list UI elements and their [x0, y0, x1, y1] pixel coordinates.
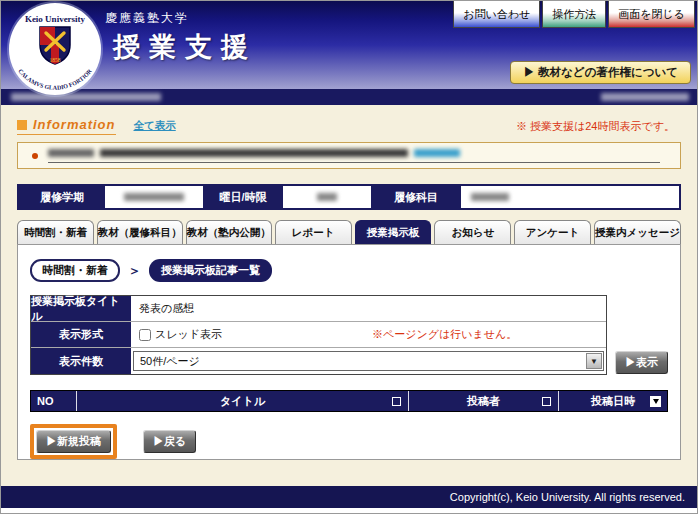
redacted-info-text — [100, 149, 408, 157]
page-size-select[interactable]: 50件/ページ ▼ — [133, 351, 604, 371]
chevron-right-icon: ＞ — [128, 262, 141, 280]
tab-bar: 時間割・新着 教材（履修科目） 教材（塾内公開） レポート 授業掲示板 お知らせ… — [17, 220, 681, 244]
information-header: Information 全て表示 ※ 授業支援は24時間表示です。 — [1, 105, 697, 135]
select-dropdown-arrow-icon[interactable]: ▼ — [586, 353, 602, 369]
materials-copyright-button[interactable]: ▶ 教材などの著作権について — [510, 61, 691, 84]
redacted-datetime — [601, 93, 689, 101]
logo-motto: CALAMVS GLADIO FORTIOR — [17, 69, 93, 91]
information-box — [17, 142, 681, 169]
svg-text:CALAMVS GLADIO FORTIOR: CALAMVS GLADIO FORTIOR — [17, 69, 93, 91]
tab-class-message[interactable]: 授業内メッセージ — [594, 220, 681, 244]
semester-label: 履修学期 — [19, 186, 105, 208]
board-title-row: 授業掲示板タイトル 発表の感想 — [31, 296, 606, 322]
page-size-row: 表示件数 50件/ページ ▼ — [31, 348, 606, 374]
new-post-highlight: ▶新規投稿 — [30, 424, 117, 459]
course-info-bar: 履修学期 曜日/時限 履修科目 — [17, 184, 681, 210]
action-button-row: ▶新規投稿 ▶戻る — [30, 424, 668, 459]
back-button[interactable]: ▶戻る — [143, 430, 196, 453]
header-button-group: お問い合わせ 操作方法 画面を閉じる — [453, 1, 695, 28]
information-title-wrap: Information — [17, 117, 116, 135]
column-poster-label: 投稿者 — [467, 394, 500, 409]
orange-square-icon — [17, 120, 27, 130]
logo-university-name: Keio University — [9, 3, 101, 24]
semester-value — [105, 186, 203, 208]
sort-title-icon[interactable] — [392, 397, 401, 406]
show-button-wrap: ▶表示 — [615, 351, 668, 374]
course-subject-value — [461, 186, 679, 208]
logo-motto-arc: CALAMVS GLADIO FORTIOR — [12, 69, 98, 91]
tab-notice[interactable]: お知らせ — [434, 220, 511, 244]
tab-survey[interactable]: アンケート — [514, 220, 591, 244]
tab-class-board[interactable]: 授業掲示板 — [355, 220, 432, 244]
page-title: 授業支援 — [113, 29, 257, 65]
information-message — [48, 149, 660, 163]
page-size-label: 表示件数 — [31, 348, 131, 374]
contact-button[interactable]: お問い合わせ — [453, 1, 540, 28]
close-screen-button[interactable]: 画面を閉じる — [608, 1, 695, 28]
results-table-header: NO タイトル 投稿者 投稿日時 — [30, 390, 668, 412]
column-date-label: 投稿日時 — [591, 394, 635, 409]
thread-view-label: スレッド表示 — [155, 327, 222, 342]
copyright-text: Copyright(c), Keio University. All right… — [450, 491, 685, 503]
tab-materials-public[interactable]: 教材（塾内公開） — [186, 220, 272, 244]
breadcrumb-current: 授業掲示板記事一覧 — [149, 259, 272, 282]
board-title-value: 発表の感想 — [131, 296, 606, 321]
bullet-dot-icon — [32, 153, 38, 159]
new-post-button[interactable]: ▶新規投稿 — [36, 430, 111, 453]
tab-report[interactable]: レポート — [275, 220, 352, 244]
page-size-selected-option: 50件/ページ — [140, 354, 200, 369]
logo-year: 1858 — [50, 57, 61, 63]
tab-panel: 時間割・新着 ＞ 授業掲示板記事一覧 授業掲示板タイトル 発表の感想 表示形式 … — [17, 244, 681, 460]
column-poster[interactable]: 投稿者 — [409, 391, 559, 411]
university-name-ja: 慶應義塾大学 — [105, 10, 189, 27]
tab-materials-course[interactable]: 教材（履修科目） — [97, 220, 183, 244]
how-to-button[interactable]: 操作方法 — [542, 1, 606, 28]
display-format-value: スレッド表示 ※ページングは行いません。 — [131, 322, 606, 347]
user-status-bar — [1, 89, 697, 105]
board-filter-form: 授業掲示板タイトル 発表の感想 表示形式 スレッド表示 ※ページングは行いません… — [30, 295, 668, 375]
column-no: NO — [31, 391, 77, 411]
keio-university-logo: Keio University 1858 CALAMVS GLADIO FORT… — [9, 3, 101, 95]
day-period-value — [283, 186, 371, 208]
thread-view-checkbox[interactable] — [139, 329, 151, 341]
redacted-info-date — [48, 149, 94, 157]
information-title: Information — [33, 117, 116, 132]
course-subject-label: 履修科目 — [371, 186, 461, 208]
main-content: Information 全て表示 ※ 授業支援は24時間表示です。 履修学期 曜… — [1, 105, 697, 488]
sort-date-desc-icon[interactable] — [650, 396, 661, 407]
board-title-label: 授業掲示板タイトル — [31, 296, 131, 321]
display-format-row: 表示形式 スレッド表示 ※ページングは行いません。 — [31, 322, 606, 348]
show-button[interactable]: ▶表示 — [615, 351, 668, 374]
redacted-info-link[interactable] — [414, 149, 460, 157]
day-period-label: 曜日/時限 — [203, 186, 283, 208]
footer-bar: Copyright(c), Keio University. All right… — [1, 486, 697, 508]
filter-table: 授業掲示板タイトル 発表の感想 表示形式 スレッド表示 ※ページングは行いません… — [30, 295, 607, 375]
column-date[interactable]: 投稿日時 — [559, 391, 667, 411]
paging-note: ※ページングは行いません。 — [372, 327, 517, 342]
app-window: Keio University 1858 CALAMVS GLADIO FORT… — [0, 0, 698, 514]
breadcrumb: 時間割・新着 ＞ 授業掲示板記事一覧 — [30, 259, 668, 282]
keio-shield-icon: 1858 — [38, 25, 72, 65]
column-title-label: タイトル — [220, 394, 265, 409]
page-size-value: 50件/ページ ▼ — [131, 348, 606, 374]
breadcrumb-parent[interactable]: 時間割・新着 — [30, 259, 120, 282]
sort-poster-icon[interactable] — [542, 397, 551, 406]
column-title[interactable]: タイトル — [77, 391, 409, 411]
header-banner: Keio University 1858 CALAMVS GLADIO FORT… — [1, 1, 697, 89]
display-format-label: 表示形式 — [31, 322, 131, 347]
show-all-link[interactable]: 全て表示 — [134, 119, 176, 133]
tab-timetable-new[interactable]: 時間割・新着 — [17, 220, 94, 244]
hours-note: ※ 授業支援は24時間表示です。 — [516, 119, 681, 134]
back-button-wrap: ▶戻る — [143, 430, 196, 453]
